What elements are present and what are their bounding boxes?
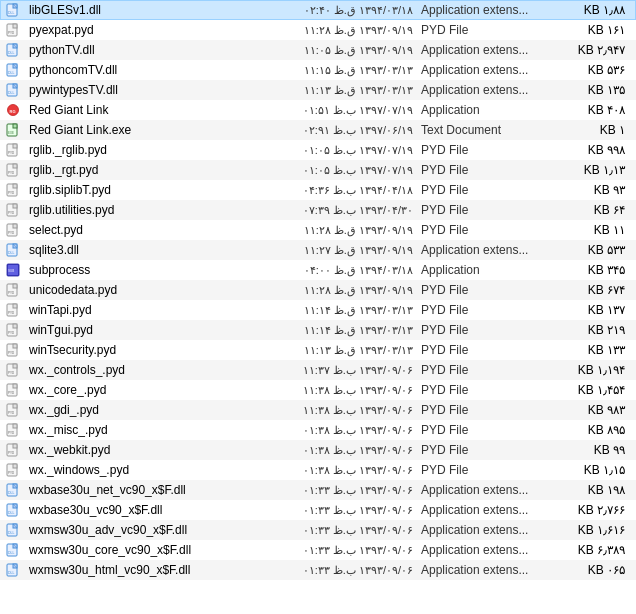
pyd-icon: PYD — [5, 462, 21, 478]
table-row[interactable]: DLL wxbase30u_vc90_x$F.dll۱۳۹۳/۰۹/۰۶ ب.ظ… — [0, 500, 636, 520]
file-size: ۱٫۴۵۴ KB — [551, 383, 631, 397]
pyd-icon: PYD — [5, 202, 21, 218]
file-size: ۱٫۸۸ KB — [551, 3, 631, 17]
file-name: Red Giant Link.exe — [27, 123, 261, 137]
file-size: ۱۳۷ KB — [551, 303, 631, 317]
file-date: ۱۳۹۳/۰۹/۰۶ ب.ظ ۰۱:۳۸ — [261, 464, 421, 477]
table-row[interactable]: DLL sqlite3.dll۱۳۹۳/۰۹/۱۹ ق.ظ ۱۱:۲۷Appli… — [0, 240, 636, 260]
svg-text:DLL: DLL — [8, 511, 14, 515]
file-date: ۱۳۹۷/۰۶/۱۹ ب.ظ ۰۲:۹۱ — [261, 124, 421, 137]
table-row[interactable]: PYD wx._core_.pyd۱۳۹۳/۰۹/۰۶ ب.ظ ۱۱:۳۸PYD… — [0, 380, 636, 400]
table-row[interactable]: PYD pyexpat.pyd۱۳۹۳/۰۹/۱۹ ق.ظ ۱۱:۲۸PYD F… — [0, 20, 636, 40]
svg-rect-25 — [13, 144, 17, 148]
table-row[interactable]: DLL pythoncomTV.dll۱۳۹۳/۰۳/۱۳ ق.ظ ۱۱:۱۵A… — [0, 60, 636, 80]
table-row[interactable]: DLL wxbase30u_net_vc90_x$F.dll۱۳۹۳/۰۹/۰۶… — [0, 480, 636, 500]
file-type: Application — [421, 263, 551, 277]
svg-text:DLL: DLL — [8, 571, 14, 575]
svg-rect-22 — [13, 124, 17, 128]
table-row[interactable]: RG Red Giant Link۱۳۹۷/۰۷/۱۹ ب.ظ ۰۱:۵۱App… — [0, 100, 636, 120]
file-name: wxbase30u_vc90_x$F.dll — [27, 503, 261, 517]
table-row[interactable]: PYD unicodedata.pyd۱۳۹۳/۰۹/۱۹ ق.ظ ۱۱:۲۸P… — [0, 280, 636, 300]
svg-rect-31 — [13, 184, 17, 188]
file-size: ۵۳۳ KB — [551, 243, 631, 257]
pyd-icon: PYD — [5, 362, 21, 378]
table-row[interactable]: DLL wxmsw30u_core_vc90_x$F.dll۱۳۹۳/۰۹/۰۶… — [0, 540, 636, 560]
svg-text:PYD: PYD — [8, 231, 15, 235]
table-row[interactable]: PYD wx._gdi_.pyd۱۳۹۳/۰۹/۰۶ ب.ظ ۱۱:۳۸PYD … — [0, 400, 636, 420]
file-type: PYD File — [421, 383, 551, 397]
file-date: ۱۳۹۳/۰۹/۰۶ ب.ظ ۰۱:۳۸ — [261, 424, 421, 437]
svg-rect-62 — [13, 384, 17, 388]
file-type: PYD File — [421, 423, 551, 437]
file-name: wx._controls_.pyd — [27, 363, 261, 377]
table-row[interactable]: PYD winTsecurity.pyd۱۳۹۳/۰۳/۱۳ ق.ظ ۱۱:۱۳… — [0, 340, 636, 360]
table-row[interactable]: DLL pywintypesTV.dll۱۳۹۳/۰۳/۱۳ ق.ظ ۱۱:۱۳… — [0, 80, 636, 100]
svg-rect-68 — [13, 424, 17, 428]
table-row[interactable]: PYD wx._controls_.pyd۱۳۹۳/۰۹/۰۶ ب.ظ ۱۱:۳… — [0, 360, 636, 380]
file-date: ۱۳۹۳/۰۹/۰۶ ب.ظ ۰۱:۳۳ — [261, 544, 421, 557]
dll-icon: DLL — [5, 242, 21, 258]
table-row[interactable]: PYD winTapi.pyd۱۳۹۳/۰۳/۱۳ ق.ظ ۱۱:۱۴PYD F… — [0, 300, 636, 320]
svg-text:PYD: PYD — [8, 411, 15, 415]
pyd-icon: PYD — [5, 142, 21, 158]
pyd-icon: PYD — [5, 302, 21, 318]
table-row[interactable]: PYD wx._misc_.pyd۱۳۹۳/۰۹/۰۶ ب.ظ ۰۱:۳۸PYD… — [0, 420, 636, 440]
file-type: Application extens... — [421, 83, 551, 97]
svg-text:PYD: PYD — [8, 151, 15, 155]
file-size: ۱۳۳ KB — [551, 343, 631, 357]
svg-text:EXE: EXE — [8, 131, 14, 135]
svg-rect-47 — [13, 284, 17, 288]
table-row[interactable]: PYD rglib._rgt.pyd۱۳۹۷/۰۷/۱۹ ب.ظ ۰۱:۰۵PY… — [0, 160, 636, 180]
svg-rect-34 — [13, 204, 17, 208]
table-row[interactable]: PYD select.pyd۱۳۹۳/۰۹/۱۹ ق.ظ ۱۱:۲۸PYD Fi… — [0, 220, 636, 240]
svg-text:PYD: PYD — [8, 31, 15, 35]
table-row[interactable]: PYD rglib.siplibT.pyd۱۳۹۴/۰۴/۱۸ ب.ظ ۰۴:۳… — [0, 180, 636, 200]
svg-rect-37 — [13, 224, 17, 228]
file-type: Application extens... — [421, 43, 551, 57]
table-row[interactable]: PYD winTgui.pyd۱۳۹۳/۰۳/۱۳ ق.ظ ۱۱:۱۴PYD F… — [0, 320, 636, 340]
table-row[interactable]: DLL pythonTV.dll۱۳۹۳/۰۹/۱۹ ق.ظ ۱۱:۰۵Appl… — [0, 40, 636, 60]
svg-rect-53 — [13, 324, 17, 328]
pyd-icon: PYD — [5, 402, 21, 418]
file-name: pythonTV.dll — [27, 43, 261, 57]
dll-icon: DLL — [5, 542, 21, 558]
svg-text:DLL: DLL — [8, 491, 14, 495]
file-name: rglib.siplibT.pyd — [27, 183, 261, 197]
file-date: ۱۳۹۳/۰۹/۰۶ ب.ظ ۰۱:۳۳ — [261, 564, 421, 577]
table-row[interactable]: DLL wxmsw30u_html_vc90_x$F.dll۱۳۹۳/۰۹/۰۶… — [0, 560, 636, 580]
file-name: wxbase30u_net_vc90_x$F.dll — [27, 483, 261, 497]
table-row[interactable]: PYD rglib.utilities.pyd۱۳۹۳/۰۴/۳۰ ب.ظ ۰۷… — [0, 200, 636, 220]
file-date: ۱۳۹۷/۰۷/۱۹ ب.ظ ۰۱:۵۱ — [261, 104, 421, 117]
file-date: ۱۳۹۳/۰۳/۱۳ ق.ظ ۱۱:۱۴ — [261, 324, 421, 337]
svg-text:PYD: PYD — [8, 351, 15, 355]
table-row[interactable]: DLL wxmsw30u_adv_vc90_x$F.dll۱۳۹۳/۰۹/۰۶ … — [0, 520, 636, 540]
file-type: PYD File — [421, 163, 551, 177]
file-type: Text Document — [421, 123, 551, 137]
table-row[interactable]: PYD wx._windows_.pyd۱۳۹۳/۰۹/۰۶ ب.ظ ۰۱:۳۸… — [0, 460, 636, 480]
file-size: ۱ KB — [551, 123, 631, 137]
file-size: ۱٫۱۹۴ KB — [551, 363, 631, 377]
svg-text:RG: RG — [10, 109, 16, 114]
file-name: Red Giant Link — [27, 103, 261, 117]
file-name: rglib.utilities.pyd — [27, 203, 261, 217]
file-name: wx._webkit.pyd — [27, 443, 261, 457]
table-row[interactable]: PYD rglib._rglib.pyd۱۳۹۷/۰۷/۱۹ ب.ظ ۰۱:۰۵… — [0, 140, 636, 160]
file-type: PYD File — [421, 403, 551, 417]
file-type: Application — [421, 103, 551, 117]
svg-text:PYD: PYD — [8, 391, 15, 395]
table-row[interactable]: PYD wx._webkit.pyd۱۳۹۳/۰۹/۰۶ ب.ظ ۰۱:۳۸PY… — [0, 440, 636, 460]
table-row[interactable]: SUB subprocess۱۳۹۴/۰۳/۱۸ ق.ظ ۰۴:۰۰Applic… — [0, 260, 636, 280]
file-date: ۱۳۹۳/۰۹/۰۶ ب.ظ ۱۱:۳۸ — [261, 384, 421, 397]
file-size: ۹۹۸ KB — [551, 143, 631, 157]
file-date: ۱۳۹۳/۰۹/۰۶ ب.ظ ۰۱:۳۸ — [261, 444, 421, 457]
file-date: ۱۳۹۳/۰۹/۱۹ ق.ظ ۱۱:۰۵ — [261, 44, 421, 57]
file-date: ۱۳۹۷/۰۷/۱۹ ب.ظ ۰۱:۰۵ — [261, 144, 421, 157]
file-size: ۳۴۵ KB — [551, 263, 631, 277]
file-date: ۱۳۹۳/۰۳/۱۳ ق.ظ ۱۱:۱۳ — [261, 84, 421, 97]
table-row[interactable]: EXE Red Giant Link.exe۱۳۹۷/۰۶/۱۹ ب.ظ ۰۲:… — [0, 120, 636, 140]
pyd-icon: PYD — [5, 222, 21, 238]
file-name: wx._gdi_.pyd — [27, 403, 261, 417]
table-row[interactable]: DLL libGLESv1.dll۱۳۹۴/۰۳/۱۸ ق.ظ ۰۲:۴۰App… — [0, 0, 636, 20]
file-name: rglib._rgt.pyd — [27, 163, 261, 177]
dll-icon: DLL — [5, 522, 21, 538]
